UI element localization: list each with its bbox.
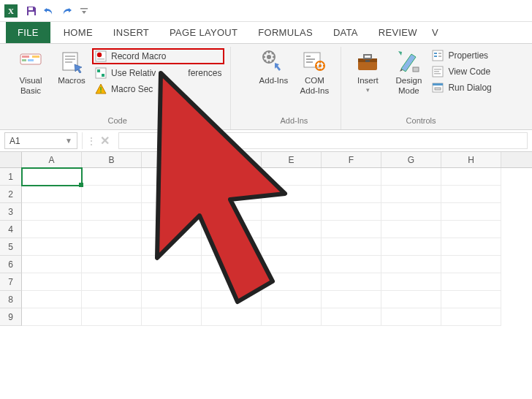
row-header-8[interactable]: 8 [0,291,22,308]
cell-H2[interactable] [441,186,501,203]
cell-B7[interactable] [82,273,142,291]
cell-G6[interactable] [381,256,441,273]
chevron-down-icon[interactable]: ▼ [65,137,72,145]
run-dialog-button[interactable]: Run Dialog [429,80,494,95]
qat-customize-dropdown[interactable] [76,3,92,19]
cell-C3[interactable] [142,203,202,221]
save-button[interactable] [23,3,39,19]
cell-F6[interactable] [322,256,381,273]
view-code-button[interactable]: View Code [429,64,494,79]
cell-H7[interactable] [441,273,501,291]
cell-A8[interactable] [22,291,82,308]
cell-D1[interactable] [202,168,262,186]
macro-security-button[interactable]: Macro Sec [92,82,224,96]
cell-D5[interactable] [202,238,262,256]
formula-input[interactable] [118,132,528,149]
cell-B5[interactable] [82,238,142,256]
cell-E4[interactable] [262,221,322,238]
cell-G3[interactable] [381,203,441,221]
tab-file[interactable]: FILE [6,22,50,43]
macros-button[interactable]: Macros [51,47,92,89]
cell-G7[interactable] [381,273,441,291]
cell-G8[interactable] [381,291,441,308]
cell-D7[interactable] [202,273,262,291]
cell-A9[interactable] [22,308,82,326]
tab-review[interactable]: REVIEW [368,23,428,42]
row-header-2[interactable]: 2 [0,186,22,203]
cell-A7[interactable] [22,273,82,291]
cell-E7[interactable] [262,273,322,291]
col-header-e[interactable]: E [262,152,322,167]
cell-D6[interactable] [202,256,262,273]
visual-basic-button[interactable]: Visual Basic [10,47,51,99]
cell-E9[interactable] [262,308,322,326]
cell-E3[interactable] [262,203,322,221]
row-header-5[interactable]: 5 [0,238,22,256]
row-header-9[interactable]: 9 [0,308,22,326]
insert-controls-button[interactable]: Insert ▾ [347,47,388,96]
row-header-3[interactable]: 3 [0,203,22,221]
cancel-formula-button[interactable]: ✕ [100,134,110,148]
cell-D4[interactable] [202,221,262,238]
tab-page-layout[interactable]: PAGE LAYOUT [159,23,248,42]
cell-F7[interactable] [322,273,381,291]
cell-A3[interactable] [22,203,82,221]
col-header-b[interactable]: B [82,152,142,167]
row-header-6[interactable]: 6 [0,256,22,273]
cell-B3[interactable] [82,203,142,221]
cell-H3[interactable] [441,203,501,221]
cell-B1[interactable] [82,168,142,186]
cell-B6[interactable] [82,256,142,273]
cell-H4[interactable] [441,221,501,238]
row-header-7[interactable]: 7 [0,273,22,291]
cell-A1[interactable] [22,168,82,186]
cell-C2[interactable] [142,186,202,203]
cell-F8[interactable] [322,291,381,308]
cell-H8[interactable] [441,291,501,308]
cell-C5[interactable] [142,238,202,256]
cell-A6[interactable] [22,256,82,273]
tab-home[interactable]: HOME [53,23,103,42]
cell-D8[interactable] [202,291,262,308]
redo-button[interactable] [58,3,75,19]
cell-C4[interactable] [142,221,202,238]
cell-G9[interactable] [381,308,441,326]
tab-data[interactable]: DATA [323,23,368,42]
col-header-c[interactable]: C [142,152,202,167]
addins-button[interactable]: Add-Ins [253,47,294,89]
cell-F9[interactable] [322,308,381,326]
undo-button[interactable] [41,3,57,19]
cell-H6[interactable] [441,256,501,273]
cell-G4[interactable] [381,221,441,238]
cell-H1[interactable] [441,168,501,186]
cell-B2[interactable] [82,186,142,203]
cell-C7[interactable] [142,273,202,291]
cell-F4[interactable] [322,221,381,238]
cell-E1[interactable] [262,168,322,186]
cell-C9[interactable] [142,308,202,326]
col-header-h[interactable]: H [441,152,501,167]
cell-F2[interactable] [322,186,381,203]
cell-B8[interactable] [82,291,142,308]
col-header-f[interactable]: F [322,152,381,167]
cell-E6[interactable] [262,256,322,273]
cell-E8[interactable] [262,291,322,308]
cell-F3[interactable] [322,203,381,221]
properties-button[interactable]: Properties [429,48,494,63]
cell-G2[interactable] [381,186,441,203]
cell-D3[interactable] [202,203,262,221]
use-relative-references-button[interactable]: Use Relativ ferences [92,66,224,80]
cell-B4[interactable] [82,221,142,238]
tab-insert[interactable]: INSERT [103,23,159,42]
cell-A2[interactable] [22,186,82,203]
col-header-g[interactable]: G [381,152,441,167]
cell-G5[interactable] [381,238,441,256]
cell-D2[interactable] [202,186,262,203]
record-macro-button[interactable]: Record Macro [92,48,224,64]
select-all-corner[interactable] [0,152,22,167]
col-header-d[interactable]: D [202,152,262,167]
cell-H5[interactable] [441,238,501,256]
col-header-a[interactable]: A [22,152,82,167]
tab-overflow[interactable]: V [428,23,443,42]
cell-D9[interactable] [202,308,262,326]
